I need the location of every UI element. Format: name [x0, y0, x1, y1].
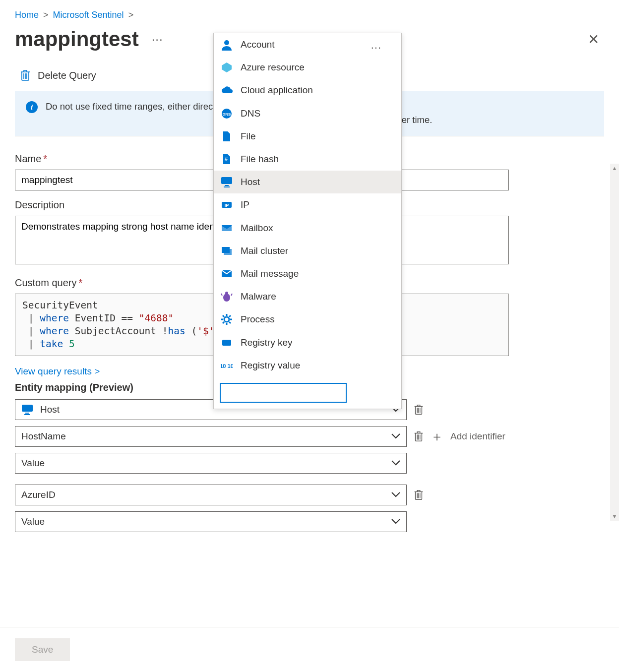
delete-entity-icon[interactable] [414, 404, 424, 416]
dropdown-item-label: Mail message [241, 268, 299, 279]
close-button[interactable]: ✕ [588, 31, 599, 48]
regkey-icon [221, 337, 233, 349]
svg-rect-9 [225, 185, 229, 186]
mailcluster-icon [221, 245, 233, 257]
svg-rect-29 [222, 340, 231, 346]
view-results-link[interactable]: View query results > [15, 366, 100, 377]
title-more-button[interactable]: ··· [152, 32, 163, 46]
scroll-up-icon[interactable]: ▲ [610, 164, 619, 173]
entity-type-dropdown: ··· AccountAzure resourceCloud applicati… [213, 33, 402, 409]
chevron-down-icon [391, 517, 400, 526]
dropdown-list[interactable]: AccountAzure resourceCloud applicationDN… [214, 33, 401, 377]
svg-marker-4 [222, 62, 232, 72]
filehash-icon: # [221, 153, 233, 165]
dropdown-item-label: Account [241, 39, 275, 50]
identifier-value-1: Value [21, 516, 45, 527]
dropdown-item-regval[interactable]: 010 101Registry value [214, 354, 401, 377]
azure-icon [221, 61, 233, 73]
dropdown-item-mailbox[interactable]: Mailbox [214, 217, 401, 240]
mailbox-icon [221, 222, 233, 234]
identifier-value-0: Value [21, 458, 45, 469]
host-icon [221, 176, 233, 188]
svg-text:#: # [225, 156, 228, 162]
svg-line-27 [223, 322, 224, 323]
dropdown-search-input[interactable] [220, 383, 347, 403]
mailmsg-icon [221, 268, 233, 280]
page-title: mappingtest [15, 27, 139, 51]
save-button[interactable]: Save [15, 638, 70, 661]
dropdown-item-label: Malware [241, 291, 276, 302]
svg-line-26 [229, 322, 231, 323]
svg-rect-2 [24, 414, 30, 415]
dropdown-item-regkey[interactable]: Registry key [214, 331, 401, 354]
dropdown-item-process[interactable]: Process [214, 308, 401, 331]
dropdown-item-label: Azure resource [241, 62, 305, 73]
identifier-value-select-1[interactable]: Value [15, 511, 407, 532]
breadcrumb: Home > Microsoft Sentinel > [15, 8, 604, 20]
breadcrumb-sep2: > [126, 10, 136, 20]
dropdown-item-azure[interactable]: Azure resource [214, 56, 401, 79]
file-icon [221, 130, 233, 142]
dropdown-item-label: Process [241, 314, 275, 325]
svg-line-25 [223, 315, 224, 317]
svg-rect-8 [221, 177, 232, 184]
breadcrumb-sep: > [41, 10, 51, 20]
svg-point-16 [223, 294, 230, 302]
dropdown-item-label: DNS [241, 108, 260, 119]
dropdown-item-label: Mailbox [241, 223, 273, 234]
breadcrumb-sentinel[interactable]: Microsoft Sentinel [53, 10, 124, 20]
dropdown-item-label: Mail cluster [241, 245, 288, 256]
chevron-down-icon [391, 432, 400, 441]
malware-icon [221, 291, 233, 303]
dropdown-item-label: Registry value [241, 360, 300, 371]
svg-point-3 [224, 40, 229, 45]
delete-identifier-icon-0[interactable] [414, 430, 424, 442]
add-identifier-button[interactable]: Add identifier [450, 431, 505, 442]
dropdown-item-label: IP [241, 199, 249, 210]
dropdown-item-filehash[interactable]: #File hash [214, 148, 401, 171]
process-icon [221, 313, 233, 325]
info-icon: i [26, 101, 38, 113]
dropdown-item-mailmsg[interactable]: Mail message [214, 262, 401, 285]
dropdown-item-ip[interactable]: IPIP [214, 193, 401, 216]
cloud-icon [221, 84, 233, 96]
account-icon [221, 39, 233, 51]
breadcrumb-home[interactable]: Home [15, 10, 39, 20]
dropdown-item-mailcluster[interactable]: Mail cluster [214, 240, 401, 262]
host-icon [21, 404, 33, 415]
trash-icon [20, 69, 31, 82]
dns-icon: DNS [221, 108, 233, 120]
dropdown-more-icon[interactable]: ··· [371, 41, 381, 54]
dropdown-item-host[interactable]: Host [214, 171, 401, 193]
dropdown-item-label: Registry key [241, 337, 293, 348]
page-scrollbar[interactable]: ▲ ▼ [610, 164, 619, 521]
chevron-down-icon [391, 490, 400, 499]
svg-line-19 [231, 294, 232, 296]
identifier-name-select-1[interactable]: AzureID [15, 485, 407, 505]
delete-query-button[interactable]: Delete Query [38, 70, 96, 81]
dropdown-item-dns[interactable]: DNSDNS [214, 102, 401, 125]
entity-type-value: Host [40, 404, 60, 415]
dropdown-item-file[interactable]: File [214, 125, 401, 148]
dropdown-item-label: Cloud application [241, 85, 313, 96]
regval-icon: 010 101 [221, 360, 233, 371]
svg-point-20 [224, 317, 229, 322]
dropdown-item-malware[interactable]: Malware [214, 285, 401, 308]
identifier-name-0: HostName [21, 431, 66, 442]
identifier-name-select-0[interactable]: HostName [15, 426, 407, 447]
svg-rect-14 [224, 249, 232, 255]
dropdown-item-label: Host [241, 177, 260, 187]
identifier-value-select-0[interactable]: Value [15, 453, 407, 474]
svg-point-17 [225, 292, 228, 295]
dropdown-item-label: File [241, 131, 256, 142]
svg-rect-1 [25, 413, 29, 414]
scroll-down-icon[interactable]: ▼ [610, 512, 619, 521]
identifier-name-1: AzureID [21, 489, 56, 500]
svg-line-18 [221, 294, 222, 296]
dropdown-item-cloud[interactable]: Cloud application [214, 79, 401, 102]
chevron-down-icon [391, 459, 400, 468]
svg-rect-10 [224, 186, 230, 187]
delete-identifier-icon-1[interactable] [414, 489, 424, 501]
svg-text:010
101: 010 101 [221, 363, 233, 369]
plus-icon: ＋ [431, 428, 443, 445]
